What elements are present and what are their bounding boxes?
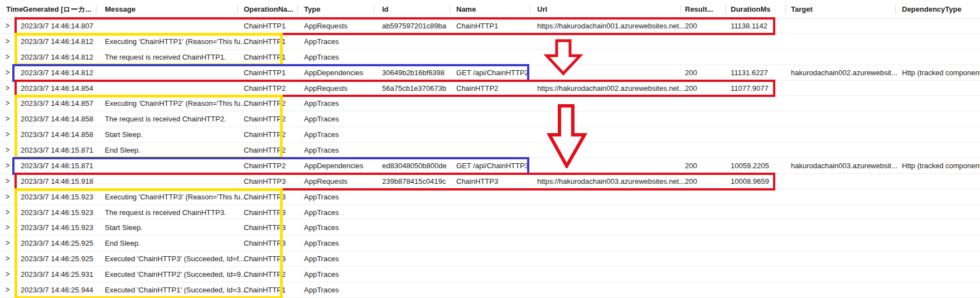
table-row[interactable]: >2023/3/7 14:46:25.925Executed 'ChainHTT… bbox=[0, 251, 980, 267]
cell-message: The request is received ChainHTTP1. bbox=[105, 50, 226, 65]
cell-time: 2023/3/7 14:46:25.925 bbox=[21, 251, 93, 267]
cell-message: Executing 'ChainHTTP1' (Reason='This fu.… bbox=[105, 34, 246, 50]
cell-time: 2023/3/7 14:46:25.944 bbox=[21, 282, 93, 298]
table-row[interactable]: >2023/3/7 14:46:14.807ChainHTTP1AppReque… bbox=[0, 18, 980, 34]
cell-operation: ChainHTTP1 bbox=[244, 65, 286, 81]
cell-operation: ChainHTTP3 bbox=[244, 220, 286, 236]
column-separator bbox=[297, 5, 298, 13]
table-row[interactable]: >2023/3/7 14:46:15.871ChainHTTP2AppDepen… bbox=[0, 158, 980, 174]
cell-type: AppDependencies bbox=[304, 158, 363, 174]
column-separator bbox=[725, 5, 726, 13]
cell-name: GET /api/ChainHTTP3 bbox=[456, 158, 529, 174]
column-header-deptype[interactable]: DependencyType bbox=[902, 0, 962, 18]
cell-type: AppTraces bbox=[304, 96, 339, 111]
cell-message: Start Sleep. bbox=[105, 127, 143, 143]
column-separator bbox=[96, 5, 96, 13]
cell-duration: 10008.9659 bbox=[731, 174, 769, 189]
expand-chevron-icon[interactable]: > bbox=[6, 280, 9, 298]
cell-id: ab597597201c89ba bbox=[382, 18, 446, 34]
cell-id: 30649b2b16bf6398 bbox=[382, 65, 445, 81]
column-header-id[interactable]: Id bbox=[382, 0, 389, 18]
cell-operation: ChainHTTP2 bbox=[244, 267, 286, 282]
cell-target: hakurodachain002.azurewebsit... bbox=[791, 65, 897, 81]
cell-message: Executing 'ChainHTTP2' (Reason='This fu.… bbox=[105, 96, 246, 111]
cell-time: 2023/3/7 14:46:14.857 bbox=[21, 96, 93, 111]
cell-time: 2023/3/7 14:46:15.923 bbox=[21, 205, 93, 221]
cell-operation: ChainHTTP1 bbox=[244, 282, 286, 298]
cell-url: https://hakurodachain003.azurewebsites.n… bbox=[537, 174, 685, 189]
cell-duration: 11077.9077 bbox=[731, 81, 769, 96]
cell-message: Executed 'ChainHTTP1' (Succeeded, Id=3..… bbox=[105, 282, 247, 298]
cell-operation: ChainHTTP3 bbox=[244, 236, 286, 251]
cell-time: 2023/3/7 14:46:15.918 bbox=[21, 174, 93, 189]
column-separator bbox=[530, 5, 530, 13]
cell-message: Executed 'ChainHTTP2' (Succeeded, Id=9..… bbox=[105, 267, 247, 282]
cell-operation: ChainHTTP1 bbox=[244, 18, 286, 34]
cell-time: 2023/3/7 14:46:14.858 bbox=[21, 111, 93, 127]
cell-time: 2023/3/7 14:46:15.923 bbox=[21, 189, 93, 205]
cell-result: 200 bbox=[685, 174, 697, 189]
cell-id: 56a75cb1e370673b bbox=[382, 81, 446, 96]
cell-message: End Sleep. bbox=[105, 236, 141, 251]
column-header-url[interactable]: Url bbox=[537, 0, 547, 18]
cell-deptype: Http (tracked component) bbox=[902, 65, 980, 81]
table-row[interactable]: >2023/3/7 14:46:25.931Executed 'ChainHTT… bbox=[0, 267, 980, 282]
cell-result: 200 bbox=[685, 65, 697, 81]
table-row[interactable]: >2023/3/7 14:46:15.871End Sleep.ChainHTT… bbox=[0, 143, 980, 158]
column-separator bbox=[450, 5, 450, 13]
column-header-duration[interactable]: DurationMs bbox=[731, 0, 771, 18]
cell-time: 2023/3/7 14:46:15.923 bbox=[21, 220, 93, 236]
cell-type: AppTraces bbox=[304, 34, 339, 50]
cell-id: 239b878415c0419c bbox=[382, 174, 446, 189]
column-header-message[interactable]: Message bbox=[105, 0, 136, 18]
column-header-time[interactable]: TimeGenerated [ローカ... bbox=[6, 0, 91, 18]
cell-id: ed83048050b800de bbox=[382, 158, 447, 174]
table-row[interactable]: >2023/3/7 14:46:14.812The request is rec… bbox=[0, 50, 980, 65]
table-row[interactable]: >2023/3/7 14:46:15.923The request is rec… bbox=[0, 205, 980, 221]
cell-type: AppTraces bbox=[304, 205, 339, 221]
table-row[interactable]: >2023/3/7 14:46:15.918ChainHTTP3AppReque… bbox=[0, 174, 980, 189]
cell-time: 2023/3/7 14:46:15.871 bbox=[21, 143, 93, 158]
cell-target: hakurodachain003.azurewebsit... bbox=[791, 158, 897, 174]
cell-time: 2023/3/7 14:46:14.812 bbox=[21, 50, 93, 65]
column-header-name[interactable]: Name bbox=[456, 0, 476, 18]
cell-type: AppRequests bbox=[304, 18, 347, 34]
cell-result: 200 bbox=[685, 158, 697, 174]
column-separator bbox=[237, 5, 238, 13]
table-row[interactable]: >2023/3/7 14:46:14.812ChainHTTP1AppDepen… bbox=[0, 65, 980, 81]
cell-type: AppTraces bbox=[304, 127, 339, 143]
cell-time: 2023/3/7 14:46:14.812 bbox=[21, 34, 93, 50]
cell-duration: 11131.6227 bbox=[731, 65, 768, 81]
table-row[interactable]: >2023/3/7 14:46:14.854ChainHTTP2AppReque… bbox=[0, 81, 980, 96]
column-header-operation[interactable]: OperationNa... bbox=[244, 0, 293, 18]
table-row[interactable]: >2023/3/7 14:46:25.925End Sleep.ChainHTT… bbox=[0, 236, 980, 251]
cell-duration: 11138.1142 bbox=[731, 18, 767, 34]
column-header-target[interactable]: Target bbox=[791, 0, 813, 18]
cell-name: GET /api/ChainHTTP2 bbox=[456, 65, 529, 81]
column-header-result[interactable]: Result... bbox=[685, 0, 713, 18]
cell-type: AppTraces bbox=[304, 236, 339, 251]
column-separator bbox=[785, 5, 786, 13]
column-separator bbox=[374, 5, 374, 13]
column-header-type[interactable]: Type bbox=[304, 0, 320, 18]
table-row[interactable]: >2023/3/7 14:46:14.858Start Sleep.ChainH… bbox=[0, 127, 980, 143]
cell-url: https://hakurodachain002.azurewebsites.n… bbox=[537, 81, 685, 96]
table-row[interactable]: >2023/3/7 14:46:14.857Executing 'ChainHT… bbox=[0, 96, 980, 111]
table-row[interactable]: >2023/3/7 14:46:15.923Start Sleep.ChainH… bbox=[0, 220, 980, 236]
table-row[interactable]: >2023/3/7 14:46:14.858The request is rec… bbox=[0, 111, 980, 127]
cell-time: 2023/3/7 14:46:14.807 bbox=[21, 18, 93, 34]
cell-operation: ChainHTTP2 bbox=[244, 158, 286, 174]
table-row[interactable]: >2023/3/7 14:46:14.812Executing 'ChainHT… bbox=[0, 34, 980, 50]
cell-name: ChainHTTP3 bbox=[456, 174, 498, 189]
cell-message: Executed 'ChainHTTP3' (Succeeded, Id=f..… bbox=[105, 251, 245, 267]
cell-operation: ChainHTTP2 bbox=[244, 111, 286, 127]
cell-operation: ChainHTTP2 bbox=[244, 143, 286, 158]
cell-time: 2023/3/7 14:46:25.931 bbox=[21, 267, 93, 282]
table-row[interactable]: >2023/3/7 14:46:25.944Executed 'ChainHTT… bbox=[0, 282, 980, 298]
table-row[interactable]: >2023/3/7 14:46:15.923Executing 'ChainHT… bbox=[0, 189, 980, 205]
cell-type: AppRequests bbox=[304, 81, 347, 96]
cell-name: ChainHTTP2 bbox=[456, 81, 498, 96]
cell-message: The request is received ChainHTTP3. bbox=[105, 205, 226, 221]
cell-time: 2023/3/7 14:46:14.854 bbox=[21, 81, 93, 96]
cell-type: AppTraces bbox=[304, 220, 339, 236]
